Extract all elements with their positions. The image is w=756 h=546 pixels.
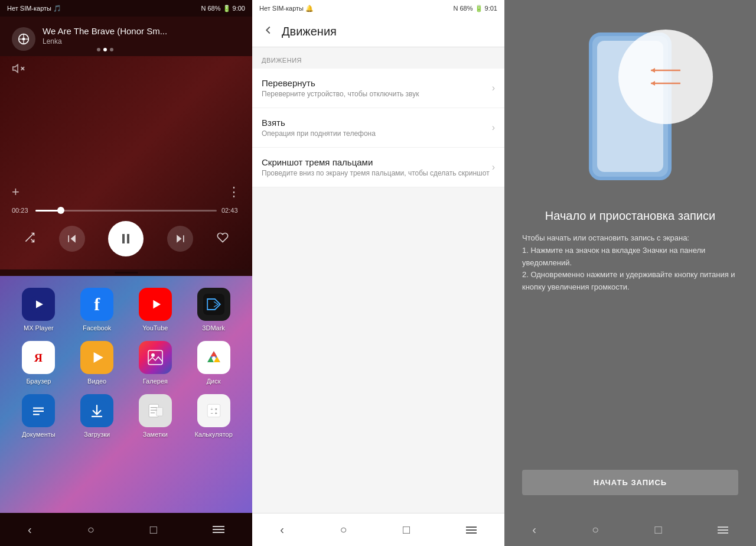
documents-label: Документы (22, 431, 56, 438)
progress-row[interactable]: 00:23 02:43 (12, 207, 240, 214)
back-nav-settings[interactable]: ‹ (280, 523, 284, 537)
screenshot-desc: Проведите вниз по экрану тремя пальцами,… (262, 169, 490, 177)
screenshot-title: Скриншот тремя пальцами (262, 157, 490, 167)
menu-nav-music[interactable] (213, 523, 224, 537)
app-drive[interactable]: Диск (184, 341, 243, 385)
flip-desc: Переверните устройство, чтобы отключить … (262, 90, 419, 98)
progress-thumb (57, 207, 64, 214)
music-controls: + ⋮ 00:23 02:43 (0, 180, 252, 269)
app-youtube[interactable]: YouTube (126, 288, 185, 332)
flip-title: Перевернуть (262, 78, 419, 88)
status-left-music: Нет SIM-карты 🎵 (7, 5, 61, 12)
menu-nav-record[interactable] (718, 523, 728, 537)
swipe-handle (115, 272, 138, 274)
recents-nav-music[interactable]: □ (150, 523, 157, 537)
song-artist: Lenka (43, 37, 167, 46)
app-3dmark[interactable]: 3DМark (184, 288, 243, 332)
mx-player-label: MX Player (24, 324, 54, 332)
record-illustration (559, 18, 701, 195)
svg-rect-24 (203, 347, 224, 368)
settings-item-screenshot[interactable]: Скриншот тремя пальцами Проведите вниз п… (252, 148, 504, 187)
progress-fill (35, 210, 61, 212)
arrow-indicators (648, 66, 683, 87)
app-documents[interactable]: Документы (9, 394, 68, 438)
recents-nav-record[interactable]: □ (654, 523, 662, 537)
app-gallery[interactable]: Галерея (126, 341, 185, 385)
settings-status-left: Нет SIM-карты 🔔 (259, 5, 314, 12)
add-button[interactable]: + (12, 184, 19, 200)
next-button[interactable] (167, 226, 193, 252)
settings-bottom-nav: ‹ ○ □ (252, 513, 504, 546)
home-nav-music[interactable]: ○ (87, 523, 94, 537)
documents-icon (22, 394, 55, 427)
gallery-icon (139, 341, 172, 374)
settings-back-button[interactable] (262, 24, 275, 40)
arrow-1 (648, 66, 683, 74)
arrow-2 (648, 79, 683, 87)
circle-overlay (618, 30, 713, 124)
svg-point-1 (22, 37, 25, 40)
record-title: Начало и приостановка записи (527, 195, 733, 232)
record-step2: 2. Одновременно нажмите и удерживайте кн… (522, 270, 735, 291)
svg-rect-9 (122, 234, 125, 243)
calculator-label: Калькулятор (194, 431, 232, 438)
browser-icon: Я (22, 341, 55, 374)
music-header: We Are The Brave (Honor Sm... Lenka (0, 17, 252, 56)
play-pause-button[interactable] (108, 221, 144, 256)
record-desc-text: Чтобы начать или остановить запись с экр… (522, 233, 689, 242)
record-button-wrap: НАЧАТЬ ЗАПИСЬ (504, 458, 756, 513)
album-dots (43, 48, 167, 51)
youtube-icon (139, 288, 172, 321)
dot-1 (97, 48, 100, 51)
svg-rect-22 (148, 350, 162, 365)
svg-marker-7 (70, 235, 75, 242)
song-title: We Are The Brave (Honor Sm... (43, 26, 167, 36)
more-button[interactable]: ⋮ (227, 184, 240, 200)
settings-item-flip[interactable]: Перевернуть Переверните устройство, чтоб… (252, 69, 504, 108)
home-nav-settings[interactable]: ○ (340, 523, 347, 537)
flip-chevron: › (492, 83, 495, 93)
svg-rect-17 (203, 294, 224, 315)
progress-bar[interactable] (35, 210, 217, 212)
settings-status-bar: Нет SIM-карты 🔔 N 68% 🔋 9:01 (252, 0, 504, 17)
app-mx-player[interactable]: MX Player (9, 288, 68, 332)
prev-button[interactable] (59, 226, 85, 252)
status-right-music: N 68% 🔋 9:00 (201, 5, 245, 12)
drive-icon (197, 341, 230, 374)
pickup-title: Взять (262, 118, 376, 128)
app-video[interactable]: Видео (68, 341, 126, 385)
settings-section-label: ДВИЖЕНИЯ (252, 47, 504, 69)
svg-marker-57 (651, 81, 655, 86)
pickup-text: Взять Операция при поднятии телефона (262, 118, 376, 138)
svg-rect-10 (127, 234, 129, 243)
app-notes[interactable]: Заметки (126, 394, 185, 438)
back-nav-music[interactable]: ‹ (28, 523, 32, 537)
mute-icon (12, 62, 25, 78)
time-current: 00:23 (12, 207, 31, 214)
back-nav-record[interactable]: ‹ (532, 523, 536, 537)
favorite-icon[interactable] (217, 232, 229, 246)
app-browser[interactable]: Я Браузер (9, 341, 68, 385)
dot-2 (103, 48, 107, 51)
app-calculator[interactable]: ÷×−+ Калькулятор (184, 394, 243, 438)
app-downloads[interactable]: Загрузки (68, 394, 126, 438)
settings-status-right: N 68% 🔋 9:01 (453, 5, 497, 12)
svg-point-23 (151, 353, 155, 357)
settings-item-pickup[interactable]: Взять Операция при поднятии телефона › (252, 108, 504, 148)
dot-3 (110, 48, 113, 51)
3dmark-icon (197, 288, 230, 321)
recents-nav-settings[interactable]: □ (403, 523, 410, 537)
start-record-button[interactable]: НАЧАТЬ ЗАПИСЬ (522, 470, 738, 495)
video-label: Видео (87, 378, 106, 385)
downloads-label: Загрузки (84, 431, 110, 438)
home-nav-record[interactable]: ○ (592, 523, 599, 537)
app-facebook[interactable]: f Facebook (68, 288, 126, 332)
shuffle-icon[interactable] (24, 232, 35, 246)
browser-label: Браузер (26, 378, 51, 385)
music-panel: Нет SIM-карты 🎵 N 68% 🔋 9:00 We Are The … (0, 0, 252, 546)
settings-header: Движения (252, 17, 504, 47)
menu-nav-settings[interactable] (466, 523, 477, 537)
settings-title: Движения (282, 25, 337, 38)
3dmark-label: 3DМark (202, 324, 225, 332)
record-bottom-nav: ‹ ○ □ (504, 513, 756, 546)
